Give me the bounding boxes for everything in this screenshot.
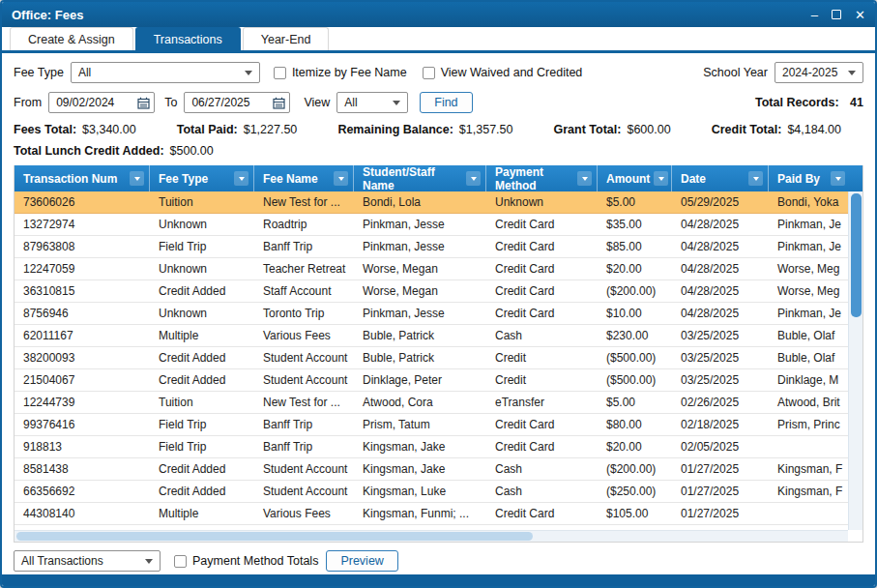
table-row[interactable]: 87963808Field TripBanff TripPinkman, Jes…	[15, 236, 862, 258]
table-row[interactable]: 21504067Credit AddedStudent AccountDinkl…	[15, 369, 862, 392]
table-row[interactable]: 38200093Credit AddedStudent AccountBuble…	[15, 347, 862, 369]
column-header[interactable]: Paid By	[769, 165, 850, 191]
column-filter-icon[interactable]	[130, 171, 144, 186]
column-filter-icon[interactable]	[334, 171, 348, 186]
column-header[interactable]: Payment Method	[486, 165, 598, 191]
summary-row: Fees Total:$3,340.00 Total Paid:$1,227.5…	[2, 122, 853, 136]
table-cell: Credit Card	[486, 414, 598, 435]
preview-button[interactable]: Preview	[326, 550, 397, 572]
column-filter-icon[interactable]	[577, 171, 592, 186]
table-row[interactable]: 8756946UnknownToronto TripPinkman, Jesse…	[15, 303, 862, 325]
grant-total: Grant Total:$600.00	[554, 123, 671, 136]
table-cell: Pinkman, Jesse	[354, 236, 486, 257]
table-row[interactable]: 13272974UnknownRoadtripPinkman, JesseCre…	[15, 214, 862, 236]
column-header[interactable]: Fee Name	[254, 165, 354, 191]
table-row[interactable]: 12247059UnknownTeacher RetreatWorse, Meg…	[15, 258, 862, 280]
calendar-icon[interactable]	[273, 97, 285, 109]
table-cell: Credit Card	[486, 258, 598, 279]
table-cell: 02/18/2025	[672, 414, 769, 435]
fee-type-value: All	[78, 66, 91, 79]
table-row[interactable]: 62011167MultipleVarious FeesBuble, Patri…	[15, 325, 862, 347]
column-filter-icon[interactable]	[831, 171, 845, 186]
table-cell: 04/28/2025	[672, 214, 769, 235]
column-header-label: Transaction Num	[23, 172, 117, 186]
column-filter-icon[interactable]	[654, 171, 668, 186]
vertical-scrollbar[interactable]	[848, 165, 862, 542]
table-cell: Buble, Patrick	[354, 325, 486, 346]
column-header[interactable]: Amount	[598, 165, 672, 191]
transactions-filter-select[interactable]: All Transactions	[14, 550, 161, 572]
table-cell: Cash	[486, 325, 598, 346]
table-row[interactable]: 99376416Field TripBanff TripPrism, Tatum…	[15, 414, 862, 436]
total-records-group: Total Records: 41	[755, 96, 863, 109]
itemize-checkbox[interactable]	[274, 67, 286, 79]
maximize-icon[interactable]	[832, 10, 841, 19]
table-cell: Dinklage, Peter	[354, 369, 486, 391]
table-row[interactable]: 12244739TuitionNew Test for ...Atwood, C…	[15, 392, 862, 414]
transactions-filter-value: All Transactions	[21, 554, 103, 568]
school-year-label: School Year	[703, 66, 768, 79]
table-row[interactable]: 66356692Credit AddedStudent AccountKings…	[15, 481, 862, 503]
column-header[interactable]: Date	[672, 165, 769, 191]
vertical-scrollbar-thumb[interactable]	[851, 193, 862, 317]
table-cell: Banff Trip	[254, 414, 354, 435]
table-cell: ($500.00)	[598, 347, 672, 368]
table-cell: Dinklage, M	[769, 369, 850, 391]
column-header-label: Fee Name	[263, 172, 318, 186]
table-cell: 73606026	[15, 191, 150, 213]
school-year-value: 2024-2025	[782, 66, 837, 79]
total-records-label: Total Records:	[755, 96, 839, 109]
table-cell: Atwood, Brit	[769, 392, 850, 413]
calendar-icon[interactable]	[137, 97, 150, 109]
table-cell: Tuition	[150, 392, 254, 413]
fee-type-select[interactable]: All	[71, 62, 260, 83]
close-icon[interactable]: ✕	[855, 9, 865, 21]
to-date-input[interactable]: 06/27/2025	[184, 92, 290, 113]
table-row[interactable]: 36310815Credit AddedStaff AccountWorse, …	[15, 280, 862, 303]
view-value: All	[344, 96, 357, 109]
table-cell: Pinkman, Je	[769, 303, 850, 324]
tab-year-end[interactable]: Year-End	[243, 27, 330, 50]
from-date-input[interactable]: 09/02/2024	[48, 92, 155, 113]
chevron-down-icon	[245, 71, 252, 75]
table-cell: Buble, Olaf	[769, 325, 850, 346]
table-cell: Bondi, Lola	[354, 191, 486, 213]
column-header[interactable]: Transaction Num	[15, 165, 150, 191]
school-year-select[interactable]: 2024-2025	[775, 62, 863, 83]
column-filter-icon[interactable]	[466, 171, 481, 186]
table-cell: Cash	[486, 481, 598, 502]
view-select[interactable]: All	[336, 92, 408, 113]
column-header[interactable]: Student/Staff Name	[354, 165, 486, 191]
table-cell: 62011167	[15, 325, 150, 346]
from-label: From	[14, 96, 42, 109]
table-cell: 38200093	[15, 347, 150, 368]
horizontal-scrollbar-thumb[interactable]	[16, 532, 533, 541]
table-cell: Credit Added	[150, 280, 254, 302]
column-header[interactable]: Fee Type	[150, 165, 254, 191]
table-cell: Credit Card	[486, 236, 598, 257]
table-row[interactable]: 44308140MultipleVarious FeesKingsman, Fu…	[15, 503, 862, 525]
find-button[interactable]: Find	[420, 92, 472, 113]
table-cell: Pinkman, Jesse	[354, 214, 486, 235]
credit-total: Credit Total:$4,184.00	[712, 123, 841, 136]
table-cell: Multiple	[150, 503, 254, 524]
table-cell: Kingsman, Luke	[354, 481, 486, 502]
table-cell: Unknown	[150, 214, 254, 235]
minimize-icon[interactable]: –	[811, 9, 818, 21]
column-filter-icon[interactable]	[234, 171, 248, 186]
vertical-scrollbar-track[interactable]	[848, 191, 862, 530]
table-cell: Cash	[486, 458, 598, 480]
tab-create-assign[interactable]: Create & Assign	[10, 27, 133, 50]
table-row[interactable]: 8581438Credit AddedStudent AccountKingsm…	[15, 458, 862, 481]
table-cell: Credit Added	[150, 347, 254, 368]
table-row[interactable]: 73606026TuitionNew Test for ...Bondi, Lo…	[15, 191, 862, 214]
payment-method-totals-checkbox[interactable]	[174, 555, 187, 568]
view-waived-checkbox[interactable]	[423, 67, 435, 79]
itemize-checkbox-row: Itemize by Fee Name	[274, 66, 407, 79]
filter-row-2: From 09/02/2024 To 06/27/2025 View All F…	[14, 92, 863, 113]
tab-transactions[interactable]: Transactions	[135, 27, 241, 50]
table-row[interactable]: 918813Field TripBanff TripKingsman, Jake…	[15, 436, 862, 458]
table-cell: $80.00	[598, 414, 672, 435]
column-filter-icon[interactable]	[748, 171, 763, 186]
horizontal-scrollbar[interactable]	[15, 530, 848, 542]
